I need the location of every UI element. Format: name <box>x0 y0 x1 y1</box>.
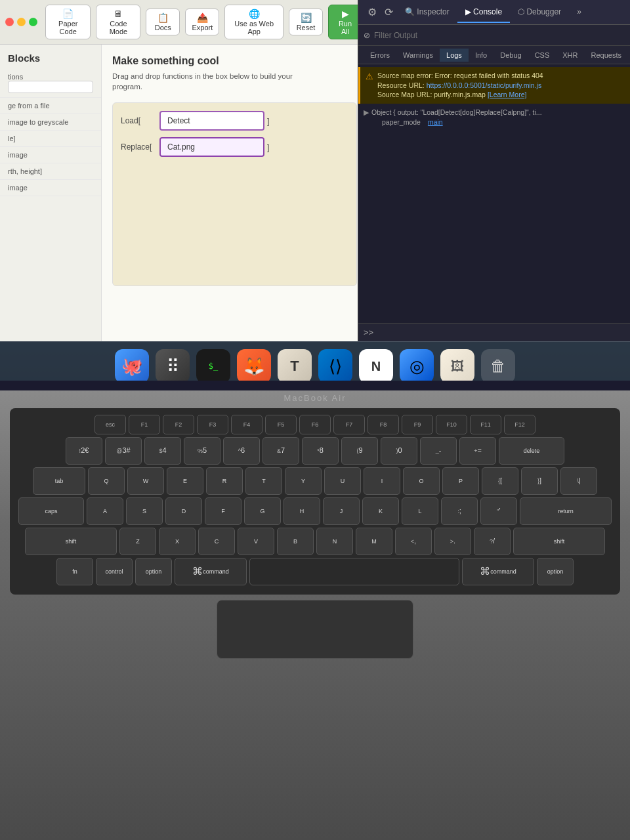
devtools-settings-icon[interactable]: ⚙ <box>364 3 381 21</box>
touchpad[interactable] <box>217 600 413 659</box>
key-z[interactable]: Z <box>119 528 156 555</box>
key-f6[interactable]: F6 <box>299 415 331 434</box>
dock-icon-terminal[interactable]: $_ <box>196 349 230 381</box>
key-f12[interactable]: F12 <box>504 415 536 434</box>
key-option-right[interactable]: option <box>537 558 574 585</box>
key-w[interactable]: W <box>127 467 164 495</box>
functions-input[interactable] <box>8 81 93 93</box>
dock-icon-notion[interactable]: N <box>359 349 393 381</box>
key-y[interactable]: Y <box>285 467 322 495</box>
dock-icon-vscode[interactable]: ⟨⟩ <box>318 349 352 381</box>
key-shift-left[interactable]: shift <box>25 528 117 555</box>
key-c[interactable]: C <box>198 528 235 555</box>
key-f3[interactable]: F3 <box>197 415 228 434</box>
expand-icon[interactable]: ▶ <box>364 108 369 117</box>
key-semicolon[interactable]: :; <box>441 497 478 525</box>
key-b[interactable]: B <box>277 528 314 555</box>
key-cparen[interactable]: _- <box>420 437 457 465</box>
key-f9[interactable]: F9 <box>402 415 433 434</box>
key-f1[interactable]: F1 <box>129 415 160 434</box>
key-n[interactable]: N <box>316 528 353 555</box>
replace-input[interactable] <box>159 137 264 157</box>
key-delete[interactable]: delete <box>499 437 564 465</box>
dock-icon-firefox[interactable]: 🦊 <box>237 349 271 381</box>
tab-inspector[interactable]: 🔍 Inspector <box>397 2 457 23</box>
dock-icon-preview[interactable]: 🖼 <box>440 349 474 381</box>
key-f8[interactable]: F8 <box>368 415 399 434</box>
console-tab-requests[interactable]: Requests <box>585 49 628 62</box>
key-quote[interactable]: "' <box>480 497 517 525</box>
key-f[interactable]: F <box>205 497 242 525</box>
minimize-button[interactable] <box>17 18 26 26</box>
key-x[interactable]: X <box>159 528 196 555</box>
key-m[interactable]: M <box>356 528 392 555</box>
export-button[interactable]: 📤 Export <box>185 9 219 35</box>
dock-icon-safari[interactable]: ◎ <box>400 349 434 381</box>
key-r[interactable]: R <box>206 467 243 495</box>
key-tab[interactable]: tab <box>33 467 85 495</box>
key-j[interactable]: J <box>323 497 360 525</box>
key-i[interactable]: I <box>364 467 400 495</box>
key-f10[interactable]: F10 <box>436 415 467 434</box>
console-tab-debug[interactable]: Debug <box>494 49 528 62</box>
close-button[interactable] <box>5 18 14 26</box>
console-tab-info[interactable]: Info <box>469 49 494 62</box>
key-star[interactable]: (9 <box>341 437 378 465</box>
key-dollar[interactable]: %5 <box>184 437 220 465</box>
key-slash[interactable]: ?/ <box>474 528 511 555</box>
key-return[interactable]: return <box>520 497 612 525</box>
key-cbracket[interactable]: }] <box>521 467 558 495</box>
key-q[interactable]: Q <box>88 467 125 495</box>
key-esc[interactable]: esc <box>94 415 126 434</box>
key-space[interactable] <box>249 558 459 585</box>
key-f2[interactable]: F2 <box>163 415 194 434</box>
tab-console[interactable]: ▶ Console <box>457 2 510 23</box>
dock-icon-finder[interactable]: 🐙 <box>115 349 149 381</box>
key-f5[interactable]: F5 <box>265 415 297 434</box>
key-s[interactable]: S <box>126 497 163 525</box>
key-control[interactable]: control <box>96 558 133 585</box>
key-p[interactable]: P <box>442 467 479 495</box>
key-command-left[interactable]: ⌘ command <box>175 558 247 585</box>
key-amp[interactable]: *8 <box>302 437 339 465</box>
paper-code-button[interactable]: 📄 Paper Code <box>45 5 91 39</box>
console-tab-xhr[interactable]: XHR <box>556 49 584 62</box>
key-command-right[interactable]: ⌘ command <box>462 558 534 585</box>
key-d[interactable]: D <box>165 497 202 525</box>
key-f4[interactable]: F4 <box>231 415 262 434</box>
key-u[interactable]: U <box>324 467 361 495</box>
block-container[interactable]: Load[ ] Replace[ ] <box>112 102 357 286</box>
source-link[interactable]: main <box>428 118 443 126</box>
web-app-button[interactable]: 🌐 Use as Web App <box>224 5 284 39</box>
key-caps[interactable]: caps <box>18 497 84 525</box>
filter-input[interactable] <box>374 31 625 40</box>
key-fn[interactable]: fn <box>56 558 93 585</box>
key-l[interactable]: L <box>402 497 438 525</box>
learn-more-link[interactable]: [Learn More] <box>488 91 527 98</box>
key-oparen[interactable]: )0 <box>381 437 417 465</box>
key-t[interactable]: T <box>245 467 282 495</box>
key-caret[interactable]: &7 <box>262 437 299 465</box>
reset-button[interactable]: 🔄 Reset <box>289 9 323 35</box>
dock-icon-trash[interactable]: 🗑 <box>481 349 515 381</box>
key-g[interactable]: G <box>244 497 281 525</box>
dock-icon-typora[interactable]: T <box>278 349 312 381</box>
key-h[interactable]: H <box>284 497 320 525</box>
maximize-button[interactable] <box>29 18 37 26</box>
key-v[interactable]: V <box>238 528 274 555</box>
key-period[interactable]: >. <box>434 528 471 555</box>
dock-icon-launchpad[interactable]: ⠿ <box>156 349 190 381</box>
key-backslash[interactable]: \| <box>560 467 597 495</box>
code-mode-button[interactable]: 🖥 Code Mode <box>96 5 140 39</box>
key-minus[interactable]: += <box>459 437 496 465</box>
key-k[interactable]: K <box>362 497 399 525</box>
key-a[interactable]: A <box>87 497 123 525</box>
key-hash[interactable]: $4 <box>144 437 181 465</box>
key-option-left[interactable]: option <box>135 558 172 585</box>
key-at[interactable]: @3# <box>105 437 142 465</box>
key-comma[interactable]: <, <box>395 528 432 555</box>
console-tab-css[interactable]: CSS <box>528 49 556 62</box>
console-tab-errors[interactable]: Errors <box>364 49 396 62</box>
console-tab-logs[interactable]: Logs <box>440 49 469 62</box>
devtools-reload-icon[interactable]: ⟳ <box>381 3 397 21</box>
